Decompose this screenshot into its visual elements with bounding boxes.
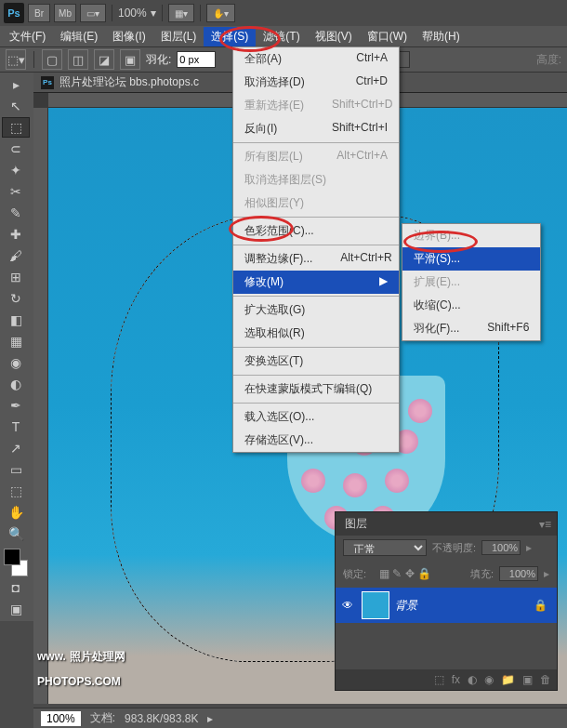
menu-image[interactable]: 图像(I) [105,27,152,46]
menu-grow[interactable]: 扩大选取(G) [233,298,399,322]
crop-tool[interactable]: ✂ [2,181,30,202]
layer-row[interactable]: 👁 背景 🔒 [336,588,557,623]
submenu-expand: 扩展(E)... [402,271,540,294]
trash-icon[interactable]: 🗑 [540,673,551,686]
menu-deselect-layers: 取消选择图层(S) [233,168,399,192]
intersect-selection-icon[interactable]: ▣ [120,49,140,70]
stamp-tool[interactable]: ⊞ [2,267,30,287]
brush-tool[interactable]: 🖌 [2,245,30,266]
move-tool[interactable]: ↖ [2,96,30,116]
menu-refine-edge[interactable]: 调整边缘(F)...Alt+Ctrl+R [233,247,399,271]
healing-tool[interactable]: ✚ [2,224,30,245]
menu-help[interactable]: 帮助(H) [415,27,468,46]
menu-file[interactable]: 文件(F) [2,27,53,46]
fill-label: 填充: [470,567,494,581]
menu-reselect: 重新选择(E)Shift+Ctrl+D [233,94,399,117]
status-doc-label: 文档: [90,710,115,726]
color-picker[interactable] [2,549,30,576]
lock-icon: 🔒 [534,599,547,612]
menu-select-all[interactable]: 全部(A)Ctrl+A [233,47,399,71]
modify-submenu: 边界(B)... 平滑(S)... 扩展(E)... 收缩(C)... 羽化(F… [402,223,541,341]
new-layer-icon[interactable]: ▣ [522,673,533,686]
zoom-display[interactable]: 100% [118,7,147,20]
fx-icon[interactable]: fx [452,673,460,686]
hand-tool[interactable]: ✋ [2,502,30,523]
lasso-tool[interactable]: ⊂ [2,139,30,159]
layers-tab[interactable]: 图层 [336,512,376,536]
status-arrow-icon[interactable]: ▸ [207,712,213,725]
panel-menu-icon[interactable]: ▾≡ [534,518,557,531]
opacity-input[interactable] [481,540,521,555]
expand-icon[interactable]: ▸ [2,74,30,95]
marquee-tool[interactable]: ⬚ [2,117,30,138]
menu-color-range[interactable]: 色彩范围(C)... [233,219,399,243]
menu-modify[interactable]: 修改(M)▶ [233,271,399,294]
pen-tool[interactable]: ✒ [2,395,30,416]
quickmask-tool[interactable]: ◘ [2,577,30,598]
status-bar: 100% 文档: 983.8K/983.8K ▸ [33,708,567,728]
menu-select[interactable]: 选择(S) [204,27,256,46]
menu-transform-selection[interactable]: 变换选区(T) [233,350,399,373]
submenu-feather[interactable]: 羽化(F)...Shift+F6 [402,317,540,340]
screen-mode-button[interactable]: ▭▾ [80,4,106,22]
adjustment-icon[interactable]: ◉ [484,673,494,686]
blend-mode-select[interactable]: 正常 [343,539,427,556]
subtract-selection-icon[interactable]: ◪ [94,49,114,70]
foreground-color[interactable] [4,549,20,565]
opacity-label: 不透明度: [432,541,476,555]
hand-button[interactable]: ✋▾ [206,4,235,22]
screenmode-tool[interactable]: ▣ [2,599,30,619]
link-icon[interactable]: ⬚ [434,673,444,686]
bridge-button[interactable]: Br [28,4,50,22]
menu-filter[interactable]: 滤镜(T) [256,27,307,46]
menu-similar[interactable]: 选取相似(R) [233,322,399,345]
menu-quickmask[interactable]: 在快速蒙版模式下编辑(Q) [233,377,399,401]
fill-input[interactable] [499,566,538,581]
menu-view[interactable]: 视图(V) [308,27,360,46]
title-bar: Ps Br Mb ▭▾ 100% ▾ ▦▾ ✋▾ [0,0,567,26]
zoom-tool[interactable]: 🔍 [2,523,30,544]
menu-save-selection[interactable]: 存储选区(V)... [233,429,399,452]
wand-tool[interactable]: ✦ [2,160,30,180]
menu-similar-layers: 相似图层(Y) [233,192,399,215]
shape-tool[interactable]: ▭ [2,459,30,480]
menu-layer[interactable]: 图层(L) [153,27,204,46]
new-selection-icon[interactable]: ▢ [42,49,62,70]
type-tool[interactable]: T [2,417,30,437]
menu-all-layers: 所有图层(L)Alt+Ctrl+A [233,145,399,168]
eyedropper-tool[interactable]: ✎ [2,203,30,223]
menu-load-selection[interactable]: 载入选区(O)... [233,405,399,429]
status-zoom[interactable]: 100% [41,711,81,726]
history-brush-tool[interactable]: ↻ [2,288,30,309]
mask-icon[interactable]: ◐ [468,673,477,686]
layers-panel: 图层 ▾≡ 正常 不透明度: ▸ 锁定: ▦ ✎ ✥ 🔒 填充: ▸ 👁 背景 … [335,511,558,691]
add-selection-icon[interactable]: ◫ [68,49,88,70]
menu-window[interactable]: 窗口(W) [360,27,415,46]
minibridge-button[interactable]: Mb [54,4,76,22]
dodge-tool[interactable]: ◐ [2,374,30,394]
blur-tool[interactable]: ◉ [2,352,30,373]
menu-inverse[interactable]: 反向(I)Shift+Ctrl+I [233,117,399,140]
visibility-icon[interactable]: 👁 [339,599,356,612]
lock-icons[interactable]: ▦ ✎ ✥ 🔒 [372,563,439,584]
feather-input[interactable] [177,51,216,68]
menu-edit[interactable]: 编辑(E) [53,27,105,46]
menu-deselect[interactable]: 取消选择(D)Ctrl+D [233,71,399,94]
eraser-tool[interactable]: ◧ [2,310,30,330]
arrange-button[interactable]: ▦▾ [168,4,194,22]
submenu-contract[interactable]: 收缩(C)... [402,294,540,317]
feather-label: 羽化: [146,52,171,68]
path-tool[interactable]: ↗ [2,438,30,458]
3d-tool[interactable]: ⬚ [2,481,30,501]
layer-name[interactable]: 背景 [395,598,528,614]
gradient-tool[interactable]: ▦ [2,331,30,351]
layer-thumbnail[interactable] [362,591,389,619]
ruler-vertical[interactable] [33,108,48,704]
document-title: 照片处理论坛 bbs.photops.c [59,74,199,90]
marquee-preset-icon[interactable]: ⬚▾ [6,49,26,70]
panel-footer: ⬚ fx ◐ ◉ 📁 ▣ 🗑 [336,669,557,690]
select-menu-dropdown: 全部(A)Ctrl+A 取消选择(D)Ctrl+D 重新选择(E)Shift+C… [232,46,400,453]
submenu-smooth[interactable]: 平滑(S)... [402,247,540,271]
folder-icon[interactable]: 📁 [501,673,515,686]
ps-doc-icon: Ps [41,76,54,89]
